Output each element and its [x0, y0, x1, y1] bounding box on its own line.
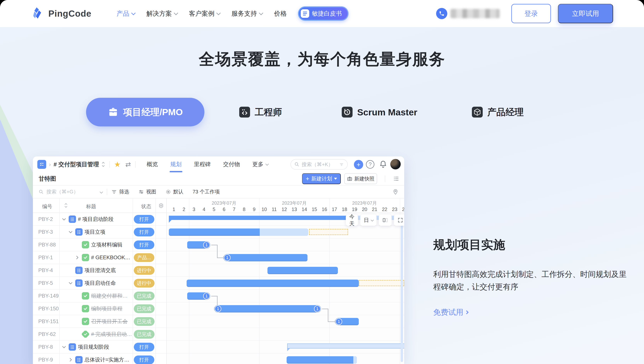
gantt-bar[interactable] — [359, 280, 404, 286]
table-row[interactable]: PBY-9总体设计=实施方案（...打开 — [33, 353, 166, 364]
status-badge[interactable]: 打开 — [134, 228, 154, 236]
tab-planning[interactable]: 规划 — [170, 156, 182, 172]
project-switcher-icon[interactable] — [101, 162, 105, 167]
tab-milestones[interactable]: 里程碑 — [194, 156, 211, 172]
status-badge[interactable]: 产品... — [134, 253, 154, 262]
view-list-icon[interactable] — [393, 175, 400, 182]
tab-deliverables[interactable]: 交付物 — [223, 156, 240, 172]
brand-logo[interactable]: PingCode — [33, 7, 92, 20]
gantt-bar[interactable] — [268, 267, 338, 274]
table-row[interactable]: PBY-4项目澄清交底进行中 — [33, 264, 166, 277]
tab-more[interactable]: 更多 — [252, 156, 268, 172]
filter-button[interactable]: 筛选 — [112, 189, 129, 195]
gantt-bar[interactable] — [309, 229, 348, 235]
swap-icon[interactable]: ⇄ — [125, 160, 131, 168]
task-title[interactable]: 总体设计=实施方案（... — [84, 356, 133, 363]
status-badge[interactable]: 已完成 — [134, 317, 154, 326]
column-header-status[interactable]: 状态 — [141, 203, 151, 210]
tab-overview[interactable]: 概览 — [147, 156, 158, 172]
login-button[interactable]: 登录 — [511, 4, 551, 23]
gantt-bar[interactable] — [218, 305, 318, 312]
trial-button[interactable]: 立即试用 — [558, 4, 613, 23]
column-header-title[interactable]: 标题 — [86, 203, 96, 210]
table-row[interactable]: PBY-149组建交付群和工作台已完成 — [33, 290, 166, 302]
task-title[interactable]: 组建交付群和工作台 — [91, 292, 133, 299]
collapse-toggle[interactable] — [68, 229, 73, 235]
nav-item-support[interactable]: 服务支持 — [232, 9, 262, 18]
nav-item-solutions[interactable]: 解决方案 — [146, 9, 177, 18]
status-badge[interactable]: 打开 — [134, 241, 154, 249]
table-row[interactable]: PBY-88立项材料编辑打开 — [33, 239, 166, 251]
status-badge[interactable]: 进行中 — [134, 279, 154, 288]
default-view-button[interactable]: 默认 — [166, 189, 183, 195]
table-row[interactable]: PBY-5项目启动任命进行中 — [33, 277, 166, 290]
assignee-avatar[interactable]: 1 — [224, 254, 231, 261]
sort-icon[interactable] — [64, 203, 68, 210]
assignee-avatar[interactable]: 1 — [203, 293, 210, 299]
task-title[interactable]: 召开项目开工会 — [91, 318, 128, 325]
column-header-id[interactable]: 编号 — [42, 203, 52, 210]
status-badge[interactable]: 已完成 — [134, 292, 154, 300]
split-view-button[interactable] — [379, 215, 392, 226]
task-title[interactable]: 项目启动任命 — [84, 280, 116, 287]
column-settings-gear-icon[interactable] — [158, 203, 164, 210]
breadcrumb-project[interactable]: # 交付型项目管理 — [54, 160, 99, 168]
status-badge[interactable]: 打开 — [134, 215, 154, 224]
zoom-unit-select[interactable]: 日 — [360, 215, 376, 226]
help-icon[interactable]: ? — [366, 160, 374, 169]
task-title[interactable]: # 项目启动阶段 — [78, 216, 114, 223]
gantt-search-input[interactable]: 搜索（⌘+G） — [39, 189, 102, 195]
expand-toggle[interactable] — [68, 357, 73, 362]
table-row[interactable]: PBY-1# GEEKBOOKS 极...产品... — [33, 251, 166, 264]
new-plan-button[interactable]: + 新建计划 — [302, 173, 341, 184]
status-badge[interactable]: 已完成 — [134, 330, 154, 339]
collapse-toggle[interactable] — [61, 217, 67, 222]
fullscreen-button[interactable] — [394, 215, 404, 226]
nav-item-pricing[interactable]: 价格 — [274, 9, 287, 18]
gantt-bar[interactable] — [227, 254, 308, 261]
whitepaper-badge[interactable]: 敏捷白皮书 — [298, 7, 348, 21]
task-title[interactable]: 项目规划阶段 — [78, 343, 109, 350]
role-tab-pm-pmo[interactable]: 项目经理/PMO — [86, 98, 204, 126]
global-search-input[interactable]: 搜索（⌘+K） — [290, 159, 348, 170]
create-button[interactable]: + — [354, 160, 363, 169]
assignee-avatar[interactable]: 1 — [214, 305, 222, 312]
collapse-toggle[interactable] — [61, 344, 67, 350]
task-title[interactable]: # GEEKBOOKS 极... — [91, 254, 133, 261]
table-row[interactable]: PBY-3项目立项打开 — [33, 226, 166, 239]
nav-item-cases[interactable]: 客户案例 — [189, 9, 220, 18]
assignee-avatar[interactable]: 1 — [203, 241, 210, 248]
gantt-bar[interactable] — [169, 229, 260, 236]
status-badge[interactable]: 已完成 — [134, 304, 154, 313]
task-title[interactable]: 项目澄清交底 — [84, 267, 116, 274]
project-icon[interactable] — [37, 160, 46, 169]
role-tab-scrum-master[interactable]: Scrum Master — [342, 98, 417, 126]
assignee-avatar[interactable]: 1 — [335, 318, 342, 325]
gantt-bar[interactable] — [260, 229, 308, 236]
assignee-avatar[interactable]: 1 — [314, 305, 321, 312]
location-pin-icon[interactable] — [392, 189, 398, 195]
notification-bell-icon[interactable] — [379, 160, 387, 169]
vertical-scrollbar[interactable] — [401, 215, 403, 362]
status-badge[interactable]: 进行中 — [134, 266, 154, 275]
table-row[interactable]: PBY-150编制项目章程已完成 — [33, 302, 166, 315]
nav-item-products[interactable]: 产品 — [116, 9, 134, 18]
gantt-bar[interactable] — [286, 356, 357, 363]
role-tab-engineer[interactable]: 工程师 — [239, 98, 282, 126]
view-config-button[interactable]: 视图 — [138, 189, 156, 195]
task-title[interactable]: 立项材料编辑 — [91, 241, 122, 248]
expand-toggle[interactable] — [74, 255, 80, 260]
user-avatar[interactable] — [390, 159, 401, 169]
role-tab-product-manager[interactable]: 产品经理 — [472, 98, 524, 126]
gantt-bar[interactable] — [186, 280, 359, 287]
task-title[interactable]: 编制项目章程 — [91, 305, 122, 312]
table-row[interactable]: PBY-2# 项目启动阶段打开 — [33, 213, 166, 226]
gantt-bar[interactable] — [169, 216, 352, 220]
status-badge[interactable]: 打开 — [134, 355, 154, 364]
gantt-bar[interactable] — [287, 343, 404, 348]
collapse-toggle[interactable] — [68, 280, 73, 286]
new-snapshot-button[interactable]: 新建快照 — [344, 173, 377, 184]
table-row[interactable]: PBY-62# 完成项目启动阶段...已完成 — [33, 328, 166, 341]
favorite-star-icon[interactable]: ★ — [114, 161, 121, 168]
today-button[interactable]: 今天 — [346, 215, 358, 226]
